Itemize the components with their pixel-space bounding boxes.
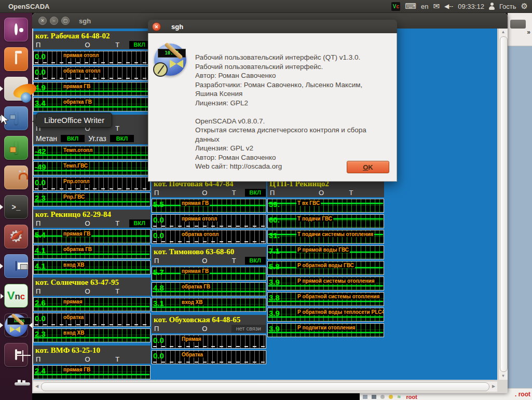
header-letter-button[interactable]: О [319, 188, 324, 197]
header-letter-button[interactable]: П [36, 287, 40, 296]
header-letter-button[interactable]: П [154, 256, 159, 265]
header-letter-button[interactable]: Т [232, 256, 236, 265]
header-letter-button[interactable]: О [85, 287, 90, 296]
launcher-libreoffice-calc[interactable] [4, 136, 28, 160]
trend-strip[interactable]: 0.0обратка отопл [152, 230, 266, 244]
alarm-icon[interactable] [389, 395, 393, 399]
header-letter-button[interactable]: Т [115, 219, 119, 228]
header-letter-button[interactable]: П [270, 188, 275, 197]
header-letter-button[interactable]: П [36, 219, 40, 228]
scroll-up-icon[interactable]: ▲ [499, 29, 507, 36]
trend-strip[interactable]: 4.1обратка ГВ [33, 245, 151, 259]
trend-strip[interactable]: 0.0Обратка [152, 350, 266, 364]
scroll-right-icon[interactable]: ▶ [490, 382, 497, 391]
trend-strip[interactable]: 2.4прямая ГВ [33, 365, 151, 379]
mail-icon[interactable]: ✉ [433, 2, 440, 11]
launcher-dash[interactable] [4, 18, 28, 42]
launcher-terminal[interactable]: >_ [4, 195, 28, 219]
header-letter-button[interactable]: П [154, 324, 159, 333]
header-letter-button[interactable]: Т [115, 355, 119, 364]
trend-strip[interactable]: 59.Т вх ГВС [267, 199, 384, 213]
running-indicator [0, 323, 3, 328]
vertical-scrollbar[interactable]: ▲ ▼ [498, 29, 508, 380]
window-close-button[interactable]: ✕ [38, 17, 47, 25]
header-letter-button[interactable]: О [202, 324, 207, 333]
trend-strip[interactable]: 0.0прямая отопл [152, 214, 266, 228]
trend-strip[interactable]: 4.1вход ХВ [33, 260, 151, 274]
trend-strip[interactable]: 3.1вход ХВ [152, 298, 266, 312]
launcher-software-center[interactable] [4, 165, 28, 189]
header-letter-button[interactable]: О [202, 188, 207, 197]
trend-strip[interactable]: 2.3Рпр.ГВС [33, 192, 151, 206]
launcher-trash[interactable] [4, 373, 28, 396]
launcher-openscada[interactable]: 10.95 [4, 313, 28, 337]
gear-icon[interactable]: ⚙ [521, 2, 528, 11]
trend-strip[interactable]: 3.8Р обратной системы отопления [267, 292, 384, 306]
trend-strip[interactable]: 0.0прямая отопл [33, 51, 151, 65]
launcher-files[interactable] [4, 47, 28, 71]
network-icon[interactable]: ≋ [397, 394, 401, 399]
trend-strip[interactable]: 31.Т подачи системы отопления [267, 230, 384, 244]
window-maximize-button[interactable]: ▢ [61, 17, 70, 25]
trend-strip[interactable]: 0.0Прямая [152, 335, 266, 349]
trend-strip[interactable]: 2.6прямая [33, 297, 151, 311]
header-letter-button[interactable]: О [85, 219, 90, 228]
header-letter-button[interactable]: О [85, 355, 90, 364]
trend-strip[interactable]: 0.0обратка отопл [33, 66, 151, 80]
trend-strip[interactable]: 0.0обратка [33, 313, 151, 327]
header-letter-button[interactable]: Т [115, 124, 119, 133]
background-window: » . root [508, 13, 532, 400]
horizontal-scrollbar[interactable]: ◀ ▶ [33, 381, 497, 392]
launcher-vnc-viewer[interactable]: Vnc [4, 284, 28, 308]
trend-strip[interactable]: 4.9прямая ГВ [33, 82, 151, 96]
dialog-titlebar[interactable]: ✕ sgh [148, 20, 397, 33]
strip-label: прямая отопл [181, 216, 218, 222]
header-letter-button[interactable]: О [202, 256, 207, 265]
trend-strip[interactable]: 2.3вход ХВ [33, 328, 151, 342]
header-letter-button[interactable]: П [36, 40, 40, 49]
trend-strip[interactable]: 5.8Р обратной воды ГВС [267, 261, 384, 275]
ok-button[interactable]: OK [347, 161, 389, 173]
header-letter-button[interactable]: Т [115, 287, 119, 296]
printer-icon[interactable] [363, 395, 367, 399]
idle-icon[interactable] [380, 395, 385, 399]
trend-strip[interactable]: -42Темп.отопл [33, 146, 151, 160]
trend-strip[interactable]: 5.7прямая ГВ [152, 267, 266, 281]
display-icon[interactable] [372, 395, 376, 399]
dialog-close-button[interactable]: ✕ [152, 22, 161, 31]
trend-strip[interactable]: 5.5прямая ГВ [152, 199, 266, 213]
header-letter-button[interactable]: Т [349, 188, 353, 197]
trend-strip[interactable]: 5.4прямая ГВ [33, 229, 151, 243]
volume-icon[interactable]: ◀-- [444, 3, 453, 10]
trend-strip[interactable]: 3.9Р обратной воды теплосети PLC4 [267, 308, 384, 322]
clock[interactable]: 09:33:12 [458, 3, 484, 10]
trend-strip[interactable]: 3.9Р подпитки отопления [267, 323, 384, 337]
trend-strip[interactable]: 3.9Р прямой системы отопления [267, 277, 384, 291]
scroll-down-icon[interactable]: ▼ [499, 373, 507, 380]
launcher-backup-tool[interactable] [4, 254, 28, 278]
toolbar-button[interactable] [510, 20, 526, 29]
launcher-system-settings[interactable]: ⚙ [4, 225, 28, 249]
header-letter-button[interactable]: О [85, 40, 90, 49]
vertical-scroll-thumb[interactable] [500, 36, 508, 372]
keyboard-layout[interactable]: en [421, 3, 428, 10]
vnc-indicator-icon[interactable]: Vc [391, 2, 400, 11]
launcher-workspace-switcher[interactable] [4, 343, 28, 367]
toolbar-overflow-button[interactable]: » [527, 29, 530, 36]
trend-strip[interactable]: -49Темп.ГВС [33, 161, 151, 175]
launcher-firefox[interactable] [4, 77, 28, 101]
horizontal-scroll-thumb[interactable] [41, 382, 489, 391]
trend-strip[interactable]: 7.1Р прямой воды ГВС [267, 245, 384, 259]
trend-strip[interactable]: 60.Т подачи ГВС [267, 214, 384, 228]
header-letter-button[interactable]: П [36, 355, 40, 364]
session-user[interactable]: Гость [499, 3, 516, 10]
trend-strip[interactable]: 0.0Рпр.отопл [33, 177, 151, 191]
trend-strip[interactable]: 3.4обратка ГВ [33, 98, 151, 112]
scroll-left-icon[interactable]: ◀ [33, 382, 40, 391]
window-minimize-button[interactable]: − [50, 17, 58, 25]
keyboard-icon[interactable]: ⌨ [405, 2, 416, 11]
trend-strip[interactable]: 4.8обратка ГВ [152, 282, 266, 296]
header-letter-button[interactable]: П [154, 188, 159, 197]
header-letter-button[interactable]: Т [115, 40, 119, 49]
header-letter-button[interactable]: Т [232, 188, 236, 197]
